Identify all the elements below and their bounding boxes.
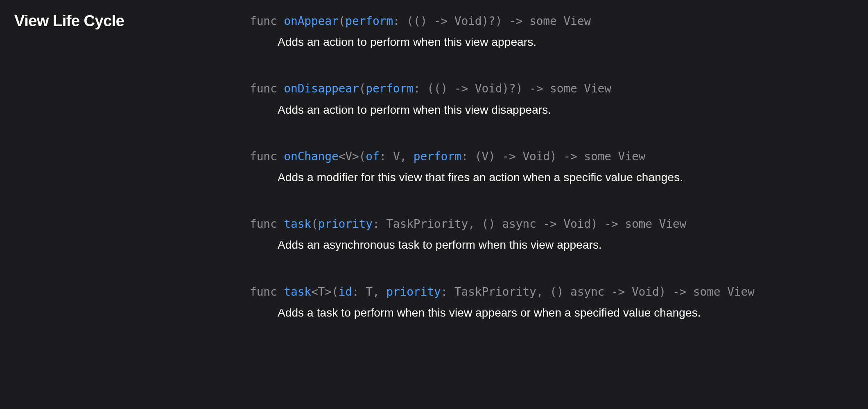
api-signature-link[interactable]: func onChange<V>(of: V, perform: (V) -> … bbox=[250, 148, 854, 164]
keyword-some: some bbox=[625, 217, 652, 231]
api-item: func onDisappear(perform: (() -> Void)?)… bbox=[250, 81, 854, 117]
signature-rest: : (V) -> Void) -> bbox=[461, 150, 584, 163]
paren-open: ( bbox=[359, 82, 366, 95]
api-description: Adds an action to perform when this view… bbox=[250, 102, 854, 118]
method-name: task bbox=[284, 217, 311, 231]
signature-mid: : T, bbox=[352, 285, 386, 299]
api-item: func onChange<V>(of: V, perform: (V) -> … bbox=[250, 148, 854, 185]
api-signature-link[interactable]: func onAppear(perform: (() -> Void)?) ->… bbox=[250, 13, 854, 29]
keyword-some: some bbox=[584, 150, 611, 163]
paren-open: ( bbox=[339, 14, 346, 28]
method-name: onChange bbox=[284, 150, 338, 163]
paren-open: ( bbox=[359, 150, 366, 163]
return-type: View bbox=[557, 14, 591, 28]
param-label: perform bbox=[414, 150, 461, 163]
return-type: View bbox=[611, 150, 645, 163]
keyword-func: func bbox=[250, 82, 277, 95]
signature-mid: : V, bbox=[380, 150, 414, 163]
param-label: perform bbox=[345, 14, 393, 28]
section-title: View Life Cycle bbox=[14, 12, 250, 30]
param-label: id bbox=[339, 285, 352, 299]
return-type: View bbox=[577, 82, 611, 95]
api-list: func onAppear(perform: (() -> Void)?) ->… bbox=[250, 12, 854, 397]
keyword-func: func bbox=[250, 14, 277, 28]
generic-params: <V> bbox=[339, 150, 359, 163]
api-description: Adds a task to perform when this view ap… bbox=[250, 305, 854, 321]
api-item: func task<T>(id: T, priority: TaskPriori… bbox=[250, 284, 854, 321]
signature-rest: : (() -> Void)?) -> bbox=[393, 14, 529, 28]
keyword-func: func bbox=[250, 217, 277, 231]
keyword-func: func bbox=[250, 150, 277, 163]
generic-params: <T> bbox=[311, 285, 332, 299]
api-signature-link[interactable]: func onDisappear(perform: (() -> Void)?)… bbox=[250, 81, 854, 97]
api-description: Adds a modifier for this view that fires… bbox=[250, 169, 854, 185]
param-label: of bbox=[366, 150, 379, 163]
return-type: View bbox=[652, 217, 686, 231]
api-signature-link[interactable]: func task<T>(id: T, priority: TaskPriori… bbox=[250, 284, 854, 300]
method-name: task bbox=[284, 285, 311, 299]
keyword-some: some bbox=[693, 285, 721, 299]
param-label: priority bbox=[318, 217, 373, 231]
api-description: Adds an action to perform when this view… bbox=[250, 34, 854, 50]
signature-rest: : TaskPriority, () async -> Void) -> bbox=[441, 285, 693, 299]
keyword-some: some bbox=[550, 82, 577, 95]
signature-rest: : TaskPriority, () async -> Void) -> bbox=[373, 217, 625, 231]
return-type: View bbox=[720, 285, 754, 299]
method-name: onDisappear bbox=[284, 82, 359, 95]
api-item: func onAppear(perform: (() -> Void)?) ->… bbox=[250, 13, 854, 50]
param-label: priority bbox=[386, 285, 441, 299]
api-description: Adds an asynchronous task to perform whe… bbox=[250, 237, 854, 253]
sidebar: View Life Cycle bbox=[14, 12, 250, 397]
keyword-func: func bbox=[250, 285, 277, 299]
method-name: onAppear bbox=[284, 14, 338, 28]
paren-open: ( bbox=[311, 217, 318, 231]
param-label: perform bbox=[366, 82, 414, 95]
api-signature-link[interactable]: func task(priority: TaskPriority, () asy… bbox=[250, 216, 854, 232]
signature-rest: : (() -> Void)?) -> bbox=[414, 82, 550, 95]
api-item: func task(priority: TaskPriority, () asy… bbox=[250, 216, 854, 253]
keyword-some: some bbox=[529, 14, 557, 28]
paren-open: ( bbox=[332, 285, 339, 299]
